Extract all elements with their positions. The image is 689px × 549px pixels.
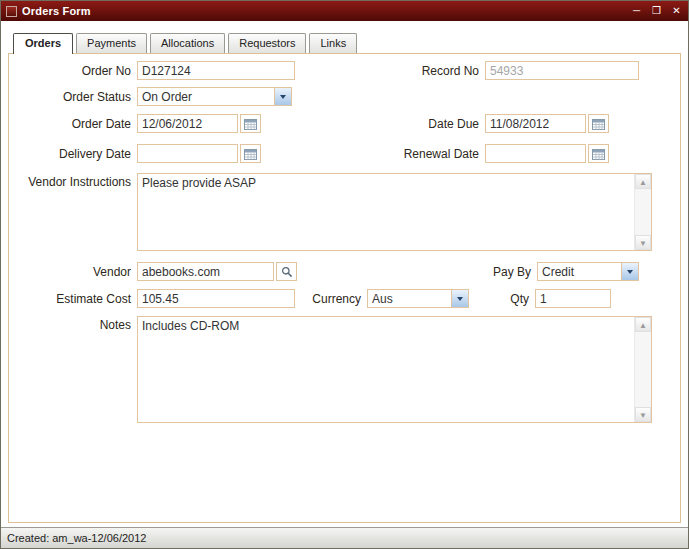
- order-status-label: Order Status: [9, 90, 137, 104]
- currency-label: Currency: [239, 292, 367, 306]
- qty-label: Qty: [407, 292, 535, 306]
- status-text: Created: am_wa-12/06/2012: [7, 532, 146, 544]
- pay-by-value: Credit: [538, 265, 621, 279]
- order-no-label: Order No: [9, 64, 137, 78]
- delivery-date-input[interactable]: [137, 144, 238, 163]
- tab-payments[interactable]: Payments: [76, 33, 147, 53]
- tab-links[interactable]: Links: [309, 33, 357, 53]
- search-icon: [281, 266, 293, 278]
- renewal-date-calendar-button[interactable]: [588, 144, 609, 163]
- titlebar: Orders Form ─ ❐ ✕: [1, 1, 688, 21]
- date-due-label: Date Due: [357, 117, 485, 131]
- tab-strip: Orders Payments Allocations Requestors L…: [13, 33, 688, 53]
- chevron-down-icon: [621, 263, 638, 280]
- scroll-up-icon[interactable]: ▲: [635, 317, 651, 332]
- minimize-button[interactable]: ─: [630, 6, 643, 16]
- vendor-input[interactable]: [137, 262, 274, 281]
- notes-label: Notes: [9, 316, 137, 332]
- calendar-icon: [592, 118, 605, 130]
- vendor-instructions-label: Vendor Instructions: [9, 173, 137, 189]
- maximize-button[interactable]: ❐: [650, 6, 663, 16]
- notes-scrollbar[interactable]: ▲ ▼: [634, 317, 651, 422]
- chevron-down-icon: [274, 88, 291, 105]
- scroll-up-icon[interactable]: ▲: [635, 174, 651, 189]
- vendor-lookup-button[interactable]: [276, 262, 297, 281]
- order-date-calendar-button[interactable]: [240, 114, 261, 133]
- scroll-down-icon[interactable]: ▼: [635, 407, 651, 422]
- pay-by-label: Pay By: [409, 265, 537, 279]
- window-title: Orders Form: [22, 5, 630, 17]
- scroll-down-icon[interactable]: ▼: [635, 235, 651, 250]
- calendar-icon: [244, 148, 257, 160]
- orders-tab-panel: Order No Record No Order Status On Order…: [8, 53, 681, 523]
- qty-input[interactable]: [535, 289, 611, 308]
- calendar-icon: [244, 118, 257, 130]
- record-no-input: [485, 61, 639, 80]
- date-due-input[interactable]: [485, 114, 586, 133]
- window-icon: [6, 6, 17, 17]
- order-status-select[interactable]: On Order: [137, 87, 292, 106]
- delivery-date-calendar-button[interactable]: [240, 144, 261, 163]
- order-date-input[interactable]: [137, 114, 238, 133]
- order-status-value: On Order: [138, 90, 274, 104]
- tab-requestors[interactable]: Requestors: [228, 33, 306, 53]
- tab-orders[interactable]: Orders: [13, 33, 73, 54]
- vendor-label: Vendor: [9, 265, 137, 279]
- order-no-input[interactable]: [137, 61, 295, 80]
- vendor-instructions-scrollbar[interactable]: ▲ ▼: [634, 174, 651, 250]
- calendar-icon: [592, 148, 605, 160]
- renewal-date-label: Renewal Date: [357, 147, 485, 161]
- status-bar: Created: am_wa-12/06/2012: [1, 527, 688, 548]
- date-due-calendar-button[interactable]: [588, 114, 609, 133]
- orders-form-window: Orders Form ─ ❐ ✕ Orders Payments Alloca…: [0, 0, 689, 549]
- notes-textarea[interactable]: Includes CD-ROM: [138, 317, 634, 422]
- delivery-date-label: Delivery Date: [9, 147, 137, 161]
- vendor-instructions-textarea[interactable]: Please provide ASAP: [138, 174, 634, 250]
- record-no-label: Record No: [357, 64, 485, 78]
- order-date-label: Order Date: [9, 117, 137, 131]
- close-button[interactable]: ✕: [670, 6, 683, 16]
- pay-by-select[interactable]: Credit: [537, 262, 639, 281]
- renewal-date-input[interactable]: [485, 144, 586, 163]
- estimate-cost-label: Estimate Cost: [9, 292, 137, 306]
- tab-allocations[interactable]: Allocations: [150, 33, 225, 53]
